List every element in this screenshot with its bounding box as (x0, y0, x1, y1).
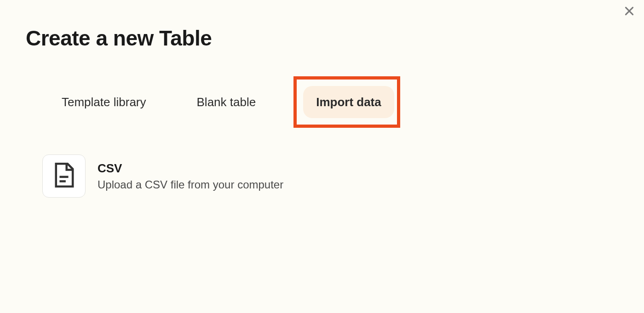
close-icon (623, 5, 635, 19)
tab-label: Template library (62, 95, 146, 109)
option-text: CSV Upload a CSV file from your computer (98, 161, 283, 191)
tab-import-data[interactable]: Import data (303, 86, 394, 118)
highlight-annotation: Import data (293, 76, 400, 128)
modal-title: Create a new Table (26, 26, 618, 51)
import-option-csv[interactable]: CSV Upload a CSV file from your computer (42, 154, 618, 198)
import-options: CSV Upload a CSV file from your computer (26, 154, 618, 198)
close-button[interactable] (622, 5, 637, 19)
tab-blank-table[interactable]: Blank table (184, 86, 269, 118)
tab-bar: Template library Blank table Import data (26, 76, 618, 128)
option-title: CSV (98, 161, 283, 176)
tab-label: Blank table (197, 95, 256, 109)
create-table-modal: Create a new Table Template library Blan… (0, 0, 644, 198)
option-description: Upload a CSV file from your computer (98, 178, 283, 191)
tab-label: Import data (316, 95, 381, 109)
file-icon (53, 163, 75, 189)
option-icon-box (42, 154, 86, 198)
tab-template-library[interactable]: Template library (49, 86, 159, 118)
